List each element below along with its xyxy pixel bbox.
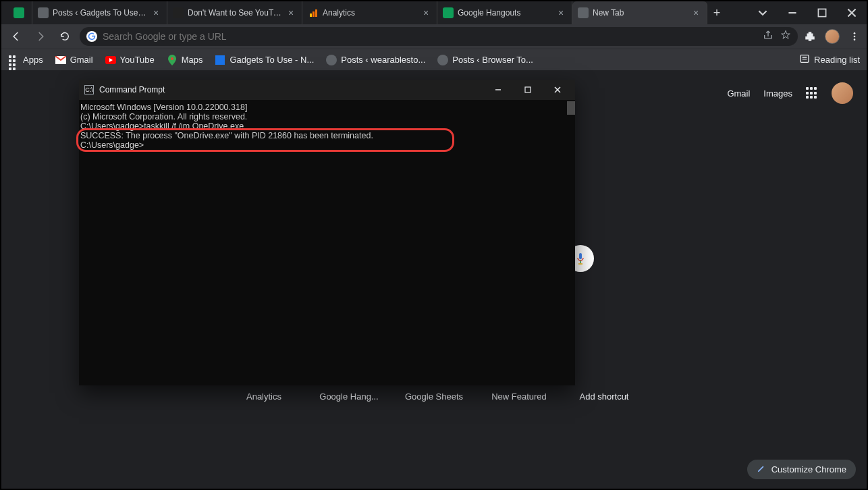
hangouts-icon [443,7,454,18]
gtu-icon [215,55,225,65]
close-icon[interactable]: × [421,7,431,18]
svg-point-6 [854,36,856,38]
close-icon[interactable]: × [151,7,161,18]
svg-rect-10 [215,55,225,65]
customize-chrome-button[interactable]: Customize Chrome [747,460,856,479]
globe-icon [326,55,337,65]
bookmark-gmail[interactable]: Gmail [55,55,93,65]
bookmark-gtu[interactable]: Gadgets To Use - N... [215,55,314,65]
tab-label: New Tab [593,8,686,18]
bookmark-browser[interactable]: Posts ‹ Browser To... [437,55,533,65]
bookmark-wearables[interactable]: Posts ‹ wearablesto... [326,55,425,65]
gmail-icon [55,55,66,65]
svg-rect-0 [310,13,312,17]
sheets-icon [13,7,24,18]
youtube-icon [105,55,116,65]
tab-youtube-ads[interactable]: Don't Want to See YouTube Ads × [167,1,302,24]
caret-down-icon[interactable] [748,1,778,24]
reading-list-icon [799,53,810,66]
new-tab-button[interactable]: + [707,1,726,24]
reading-list-button[interactable]: Reading list [799,53,860,66]
url-bar[interactable] [80,27,798,46]
apps-icon [8,55,19,65]
back-button[interactable] [7,27,26,46]
cmd-icon: C:\ [84,85,94,94]
tab-label: Posts ‹ Gadgets To Use — WordP [53,8,146,18]
page-content: Gmail Images Analytics Google Hang... Go… [1,70,867,489]
menu-icon[interactable] [848,30,861,43]
shortcut-row: Analytics Google Hang... Google Sheets N… [232,391,636,402]
close-icon[interactable]: × [286,7,296,18]
analytics-icon [308,7,319,18]
shortcut-newfeatured[interactable]: New Featured [487,391,551,402]
svg-point-9 [171,57,173,60]
toolbar [1,24,867,49]
cmd-line: (c) Microsoft Corporation. All rights re… [79,112,572,121]
cmd-body[interactable]: Microsoft Windows [Version 10.0.22000.31… [79,100,575,385]
profile-avatar[interactable] [825,29,840,44]
svg-rect-12 [579,253,582,259]
account-avatar[interactable] [832,82,853,104]
bookmark-label: Posts ‹ Browser To... [452,55,533,65]
pencil-icon [757,464,766,475]
shortcut-analytics[interactable]: Analytics [232,391,296,402]
cmd-titlebar[interactable]: C:\ Command Prompt [79,80,575,100]
bookmark-apps[interactable]: Apps [8,55,43,65]
shortcut-hangouts[interactable]: Google Hang... [317,391,381,402]
reading-list-label: Reading list [814,55,860,65]
tab-label: Don't Want to See YouTube Ads [188,8,281,18]
cmd-minimize-button[interactable] [486,80,510,100]
forward-button[interactable] [31,27,50,46]
microphone-icon [576,252,585,265]
bookmark-label: Gmail [70,55,93,65]
bookmark-maps[interactable]: Maps [167,55,203,65]
google-icon [86,31,97,42]
svg-rect-2 [315,9,317,17]
close-window-button[interactable] [837,1,867,24]
maps-icon [167,55,178,65]
google-apps-icon[interactable] [806,87,818,99]
tab-newtab[interactable]: New Tab × [572,1,707,24]
star-icon[interactable] [780,30,791,43]
bookmark-label: Posts ‹ wearablesto... [341,55,425,65]
cmd-line: SUCCESS: The process "OneDrive.exe" with… [79,131,572,140]
shortcut-sheets[interactable]: Google Sheets [402,391,466,402]
close-icon[interactable]: × [555,7,566,18]
cmd-close-button[interactable] [545,80,570,100]
bookmark-label: YouTube [120,55,155,65]
cmd-title-label: Command Prompt [99,85,165,94]
command-prompt-window: C:\ Command Prompt Microsoft Windows [Ve… [79,80,575,385]
reload-button[interactable] [55,27,74,46]
tab-label: Analytics [323,8,416,18]
shortcut-add[interactable]: Add shortcut [572,391,636,402]
svg-rect-1 [313,11,315,17]
share-icon[interactable] [763,30,774,43]
bookmark-youtube[interactable]: YouTube [105,55,155,65]
window-controls [748,1,867,24]
bookmark-label: Maps [182,55,203,65]
tab-posts-gtu[interactable]: Posts ‹ Gadgets To Use — WordP × [32,1,167,24]
url-input[interactable] [103,31,757,42]
tab-strip: Posts ‹ Gadgets To Use — WordP × Don't W… [1,1,867,24]
tab-sheets[interactable] [8,1,32,24]
youtube-studio-icon [173,7,184,18]
customize-label: Customize Chrome [771,464,846,474]
svg-rect-3 [818,9,825,16]
svg-point-5 [854,32,856,34]
maximize-button[interactable] [807,1,837,24]
images-link[interactable]: Images [763,88,792,99]
svg-rect-13 [525,87,531,92]
tab-hangouts[interactable]: Google Hangouts × [437,1,572,24]
minimize-button[interactable] [778,1,807,24]
cmd-scrollbar[interactable] [567,101,575,115]
bookmark-label: Gadgets To Use - N... [229,55,314,65]
close-icon[interactable]: × [690,7,701,18]
tab-analytics[interactable]: Analytics × [302,1,437,24]
svg-point-7 [854,38,856,40]
cmd-maximize-button[interactable] [516,80,540,100]
extensions-icon[interactable] [803,30,817,43]
globe-icon [38,7,49,18]
bookmark-label: Apps [23,55,43,65]
cmd-line: C:\Users\gadge> [79,140,572,150]
gmail-link[interactable]: Gmail [727,88,750,99]
